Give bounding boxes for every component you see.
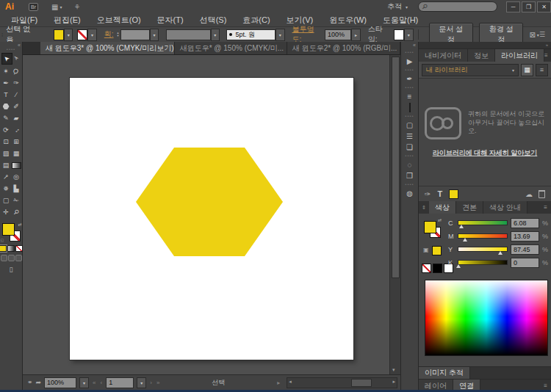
pathfinder-panel-icon[interactable]: ❏ <box>406 143 413 151</box>
canvas[interactable]: ▾ <box>23 55 400 374</box>
isolate-selection-icon[interactable]: ⊠ <box>529 31 535 39</box>
stroke-weight-dropdown[interactable]: ▾ <box>150 29 159 41</box>
artboard-number-input[interactable]: 1 <box>106 377 134 388</box>
tab-견본[interactable]: 견본 <box>456 201 483 214</box>
color-button[interactable] <box>0 245 7 252</box>
collapse-tools-icon[interactable]: « <box>18 43 21 48</box>
artboard-number-dropdown[interactable]: ▾ <box>137 377 146 388</box>
menu-item-5[interactable]: 효과(C) <box>234 15 278 26</box>
library-select[interactable]: 내 라이브러리 ▾ <box>422 64 519 76</box>
color-filter-swatch[interactable] <box>449 189 458 199</box>
actions-panel-icon[interactable]: ▶ <box>407 57 413 65</box>
menu-item-1[interactable]: 편집(E) <box>46 15 89 26</box>
close-button[interactable]: ✕ <box>537 1 551 12</box>
tab-정보[interactable]: 정보 <box>468 49 495 62</box>
draw-behind-icon[interactable] <box>8 255 15 261</box>
line-segment-tool[interactable]: ∕ <box>12 90 21 100</box>
Y-value-input[interactable]: 87.45 <box>511 244 539 255</box>
variable-width-profile-dropdown[interactable]: ▾ <box>211 29 220 41</box>
stroke-weight-input[interactable] <box>120 29 150 40</box>
none-swatch[interactable] <box>422 264 431 273</box>
curvature-tool[interactable]: ✑ <box>12 78 21 88</box>
graphic-styles-panel-icon[interactable]: ◍ <box>406 189 413 197</box>
menu-item-7[interactable]: 윈도우(W) <box>321 15 375 26</box>
tab-색상 안내[interactable]: 색상 안내 <box>483 201 527 214</box>
pencil-tool[interactable]: ✎ <box>1 113 11 123</box>
fill-proxy-swatch[interactable] <box>2 223 15 236</box>
brushes-panel-icon[interactable]: ✒ <box>406 75 412 83</box>
list-view-button[interactable]: ≡ <box>536 64 548 76</box>
live-paint-bucket-tool[interactable]: ▨ <box>1 148 11 159</box>
panel-collapse-icon[interactable]: ⇕ <box>419 205 429 211</box>
draw-normal-icon[interactable] <box>1 255 7 261</box>
previous-artboard-icon[interactable]: ‹ <box>100 380 104 386</box>
type-filter-icon[interactable]: T <box>437 189 442 198</box>
first-artboard-icon[interactable]: « <box>92 380 96 386</box>
draw-inside-icon[interactable] <box>15 255 22 261</box>
panel-grip[interactable]: •••• <box>405 68 414 72</box>
in-gamut-color-swatch[interactable] <box>432 246 442 255</box>
document-tab-1[interactable]: 새윈도우* @ 150% (CMYK/미...✕ <box>175 42 287 54</box>
M-value-input[interactable]: 13.69 <box>511 231 539 242</box>
tab-색상[interactable]: 색상 <box>429 201 456 214</box>
scroll-right-icon[interactable]: ▸ <box>392 379 395 385</box>
menu-item-3[interactable]: 문자(T) <box>149 15 192 26</box>
libraries-learn-more-link[interactable]: 라이브러리에 대해 자세히 알아보기 <box>433 148 538 158</box>
Y-slider-track[interactable] <box>458 247 508 252</box>
screen-mode-icon[interactable]: ▯ <box>10 266 13 273</box>
graphics-filter-icon[interactable]: ✑ <box>425 190 431 198</box>
type-tool[interactable]: T <box>1 90 11 100</box>
none-button[interactable] <box>15 245 23 252</box>
status-tool-icon-1[interactable]: ⚭ <box>27 379 33 386</box>
menu-item-4[interactable]: 선택(S) <box>192 15 235 26</box>
horizontal-scrollbar[interactable]: ◂ ▸ <box>287 377 397 388</box>
style-swatch[interactable] <box>394 29 404 40</box>
maximize-button[interactable]: ❐ <box>522 1 536 12</box>
panel-grip[interactable]: ⁞ <box>1 32 2 38</box>
stroke-weight-stepper[interactable]: ▲▼ <box>117 32 120 37</box>
artboard-tool[interactable]: ▢ <box>1 195 11 206</box>
swap-fill-stroke-icon[interactable]: ⇄ <box>438 217 442 222</box>
tab-라이브러리[interactable]: 라이브러리 <box>495 49 544 62</box>
zoom-level-dropdown[interactable]: ▾ <box>79 377 89 388</box>
stroke-color-dropdown[interactable]: ▾ <box>87 29 96 41</box>
paintbrush-tool[interactable]: ✐ <box>12 101 21 112</box>
swap-fill-stroke-icon[interactable]: ⇄ <box>18 222 21 227</box>
status-readout[interactable]: 선택 <box>163 378 273 388</box>
grid-view-button[interactable]: ▦ <box>521 64 533 76</box>
panel-grip[interactable]: •••• <box>405 86 414 90</box>
arrange-documents-button[interactable]: ▦ ▾ <box>51 3 62 11</box>
M-slider-track[interactable] <box>458 233 508 239</box>
gradient-panel-icon[interactable] <box>409 104 411 112</box>
delete-icon[interactable] <box>539 190 545 198</box>
expand-panels-icon[interactable]: « <box>413 43 416 48</box>
symbol-sprayer-tool[interactable]: ✵ <box>1 184 11 194</box>
color-spectrum[interactable] <box>425 280 548 356</box>
opacity-stepper[interactable]: ▸ <box>351 29 360 41</box>
K-slider-track[interactable] <box>458 260 508 265</box>
pen-tool[interactable]: ✒ <box>1 78 11 88</box>
artboards-panel-icon[interactable]: ▢ <box>406 121 413 129</box>
panel-menu-icon[interactable]: ≡ <box>544 382 547 389</box>
minimize-button[interactable]: ─ <box>506 1 520 12</box>
default-fill-stroke-icon[interactable]: ◱ <box>1 238 4 242</box>
out-of-gamut-cube-icon[interactable]: ▣ <box>423 247 429 253</box>
hexagon-shape[interactable] <box>136 148 283 256</box>
fill-proxy-swatch[interactable] <box>424 221 436 233</box>
color-panel-menu-icon[interactable]: ≡ <box>544 204 547 211</box>
gradient-tool[interactable] <box>12 160 21 170</box>
transparency-panel-icon[interactable]: ◌ <box>408 161 412 169</box>
zoom-level-input[interactable]: 100% <box>44 377 76 388</box>
control-panel-menu-icon[interactable]: ☰ <box>539 31 545 38</box>
workspace-switcher-button[interactable]: 추적 ▾ <box>387 1 408 12</box>
panel-grip[interactable]: •••• <box>405 51 414 54</box>
status-expand-icon[interactable]: ▸ <box>276 380 281 386</box>
horizontal-scrollbar-thumb[interactable] <box>351 379 372 387</box>
stroke-panel-icon[interactable]: ≡ <box>408 92 412 101</box>
slider-marker[interactable] <box>498 251 503 255</box>
menu-item-2[interactable]: 오브젝트(O) <box>89 15 149 26</box>
collapse-panels-strip[interactable]: » <box>419 42 551 49</box>
direct-selection-tool[interactable]: ➢ <box>12 53 21 63</box>
brush-definition-dropdown[interactable]: ▾ <box>276 29 284 41</box>
tab-내비게이터[interactable]: 내비게이터 <box>419 49 468 62</box>
